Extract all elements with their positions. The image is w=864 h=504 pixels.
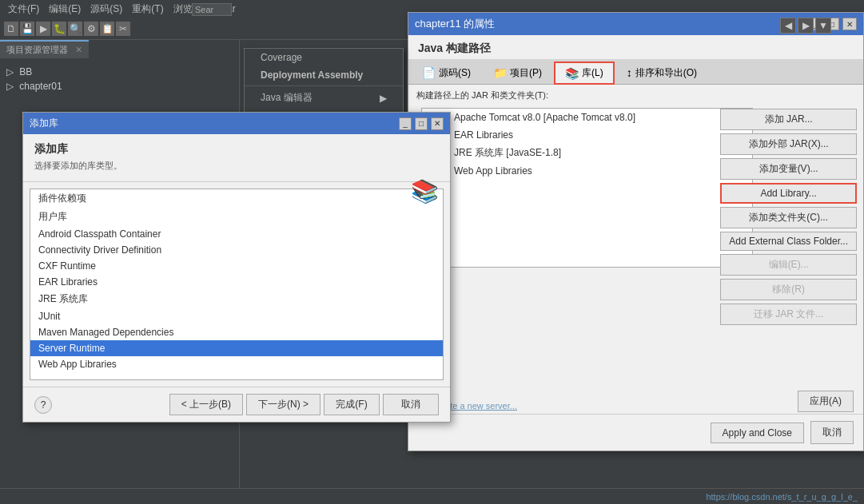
- back-button[interactable]: < 上一步(B): [169, 394, 243, 415]
- dialog-overlay: 添加库 _ □ ✕ 添加库 选择要添加的库类型。 📚 插件依赖项 用户库 And…: [0, 0, 864, 504]
- help-button[interactable]: ?: [34, 396, 52, 414]
- library-item-maven[interactable]: Maven Managed Dependencies: [30, 324, 443, 340]
- finish-button[interactable]: 完成(F): [324, 394, 380, 415]
- library-item-jre[interactable]: JRE 系统库: [30, 290, 443, 308]
- cancel-button[interactable]: 取消: [383, 394, 439, 415]
- footer-nav: < 上一步(B) 下一步(N) > 完成(F) 取消: [169, 394, 439, 415]
- dialog-titlebar-buttons: _ □ ✕: [399, 117, 444, 130]
- dialog-footer: ? < 上一步(B) 下一步(N) > 完成(F) 取消: [23, 387, 450, 422]
- library-item-junit[interactable]: JUnit: [30, 308, 443, 324]
- library-list[interactable]: 插件依赖项 用户库 Android Classpath Container Co…: [30, 189, 444, 380]
- dialog-title: 添加库: [30, 117, 58, 130]
- dialog-minimize-btn[interactable]: _: [399, 117, 412, 130]
- library-item-connectivity[interactable]: Connectivity Driver Definition: [30, 242, 443, 258]
- dialog-header: 添加库 选择要添加的库类型。 📚: [23, 134, 450, 182]
- dialog-maximize-btn[interactable]: □: [415, 117, 428, 130]
- dialog-header-icon: 📚: [411, 178, 439, 204]
- library-item-user[interactable]: 用户库: [30, 208, 443, 226]
- library-item-ear[interactable]: EAR Libraries: [30, 274, 443, 290]
- library-item-plugin[interactable]: 插件依赖项: [30, 189, 443, 208]
- dialog-header-title: 添加库: [34, 142, 439, 157]
- next-button[interactable]: 下一步(N) >: [246, 394, 321, 415]
- dialog-titlebar: 添加库 _ □ ✕: [23, 113, 450, 134]
- dialog-content: 插件依赖项 用户库 Android Classpath Container Co…: [23, 182, 450, 387]
- library-item-cxf[interactable]: CXF Runtime: [30, 258, 443, 274]
- add-library-dialog: 添加库 _ □ ✕ 添加库 选择要添加的库类型。 📚 插件依赖项 用户库 And…: [22, 112, 451, 423]
- library-item-android[interactable]: Android Classpath Container: [30, 226, 443, 242]
- library-item-webapp[interactable]: Web App Libraries: [30, 356, 443, 372]
- dialog-header-subtitle: 选择要添加的库类型。: [34, 160, 439, 172]
- library-item-server[interactable]: Server Runtime: [30, 340, 443, 356]
- dialog-close-btn[interactable]: ✕: [431, 117, 444, 130]
